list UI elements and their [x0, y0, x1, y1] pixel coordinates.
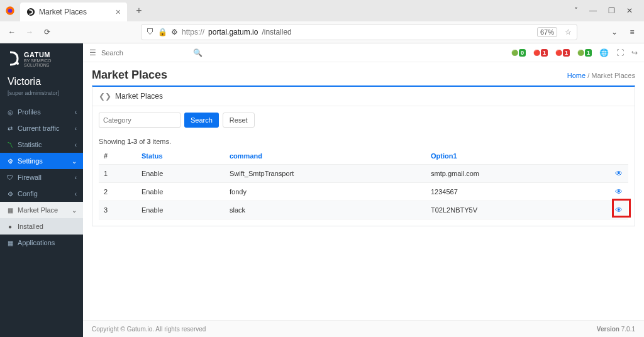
traffic-icon: ⇄	[6, 125, 14, 132]
main-content: ☰ 🔍 🟢0 🔴1 🔴1 🟢1 🌐 ⛶ ↪ Market Places Home…	[83, 43, 644, 337]
chevron-left-icon: ‹	[75, 125, 77, 132]
minimize-icon[interactable]: —	[589, 6, 597, 15]
sidebar-item-settings[interactable]: ⚙Settings⌄	[0, 153, 83, 169]
window-controls: ˅ — ❐ ✕	[574, 6, 639, 15]
logout-icon[interactable]: ↪	[631, 48, 638, 57]
bell-icon: 🟢	[511, 50, 518, 56]
footer: Copyright © Gatum.io. All rights reserve…	[83, 320, 644, 337]
page-header: Market Places Home / Market Places	[83, 62, 644, 86]
sidebar-item-current-traffic[interactable]: ⇄Current traffic‹	[0, 120, 83, 136]
url-path: /installed	[262, 28, 291, 36]
shield-icon: ⛉	[147, 28, 154, 36]
topbar: ☰ 🔍 🟢0 🔴1 🔴1 🟢1 🌐 ⛶ ↪	[83, 43, 644, 62]
user-icon: 🔴	[555, 50, 562, 56]
table-row: 1 Enable Swift_SmtpTransport smtp.gmail.…	[99, 165, 628, 183]
version: Version 7.0.1	[597, 326, 635, 333]
svg-point-2	[27, 8, 35, 16]
expand-icon[interactable]: ⛶	[616, 48, 624, 57]
profiles-icon: ◎	[6, 109, 14, 116]
table-row: 3 Enable slack T02L2NBTY5V 👁	[99, 201, 628, 219]
category-input[interactable]	[99, 113, 180, 128]
forward-icon[interactable]: →	[24, 28, 35, 36]
back-icon[interactable]: ←	[6, 28, 18, 36]
config-icon: ⚙	[6, 191, 14, 197]
browser-tab[interactable]: Market Places ×	[20, 3, 127, 21]
tab-close-icon[interactable]: ×	[116, 7, 121, 17]
sidebar-item-installed[interactable]: ●Installed	[0, 218, 83, 235]
lock-icon: 🔒	[158, 28, 167, 36]
lang-icon[interactable]: 🌐	[599, 48, 609, 57]
notif-badge-2[interactable]: 🔴1	[533, 49, 548, 57]
col-actions	[609, 148, 628, 165]
filters: Search Reset	[99, 113, 628, 128]
url-domain: portal.gatum.io	[208, 28, 258, 36]
firefox-icon	[5, 6, 15, 16]
reset-button[interactable]: Reset	[223, 113, 255, 128]
breadcrumb-home[interactable]: Home	[567, 72, 586, 79]
menu-icon[interactable]: ≡	[626, 28, 638, 36]
col-option1[interactable]: Option1	[426, 148, 609, 165]
col-command[interactable]: command	[225, 148, 426, 165]
bookmark-icon[interactable]: ☆	[565, 28, 572, 36]
notif-badge-3[interactable]: 🔴1	[555, 49, 570, 57]
sidebar: GATUM BY SEMPICO SOLUTIONS Victoria [sup…	[0, 43, 83, 337]
tab-title: Market Places	[39, 8, 87, 16]
permissions-icon: ⚙	[171, 28, 178, 36]
chevron-left-icon: ‹	[75, 141, 77, 148]
tab-favicon	[26, 8, 35, 16]
zoom-level[interactable]: 67%	[537, 27, 557, 37]
table-row: 2 Enable fondy 1234567 👁	[99, 183, 628, 201]
col-num: #	[99, 148, 136, 165]
breadcrumb: Home / Market Places	[567, 72, 635, 79]
dot-icon: ●	[6, 223, 14, 230]
chevron-down-icon[interactable]: ˅	[574, 6, 578, 15]
reload-icon[interactable]: ⟳	[42, 28, 53, 36]
url-protocol: https://	[182, 28, 204, 36]
user-name: Victoria	[0, 70, 83, 90]
sidebar-item-applications[interactable]: ▦Applications	[0, 235, 83, 251]
panel-title: Market Places	[115, 92, 163, 101]
sidebar-item-statistic[interactable]: 〽Statistic‹	[0, 136, 83, 153]
new-tab-button[interactable]: +	[131, 3, 147, 19]
grid-icon: ▦	[6, 207, 14, 214]
installed-table: # Status command Option1 1 Enable Swift_…	[99, 148, 628, 219]
sidebar-item-config[interactable]: ⚙Config‹	[0, 185, 83, 202]
notif-badge-4[interactable]: 🟢1	[577, 49, 592, 57]
brand-sub: BY SEMPICO SOLUTIONS	[24, 58, 75, 67]
close-window-icon[interactable]: ✕	[626, 6, 633, 15]
svg-point-1	[8, 9, 13, 13]
view-icon[interactable]: 👁	[615, 187, 623, 196]
url-input[interactable]: ⛉ 🔒 ⚙ https://portal.gatum.io/installed …	[141, 24, 577, 40]
col-status[interactable]: Status	[136, 148, 225, 165]
code-icon: ❮❯	[99, 92, 111, 101]
sidebar-nav: ◎Profiles‹ ⇄Current traffic‹ 〽Statistic‹…	[0, 104, 83, 251]
view-icon[interactable]: 👁	[615, 169, 623, 178]
sidebar-item-profiles[interactable]: ◎Profiles‹	[0, 104, 83, 120]
firewall-icon: 🛡	[6, 174, 14, 181]
user-role: [super administrator]	[0, 90, 83, 104]
page-title: Market Places	[92, 69, 167, 82]
chevron-left-icon: ‹	[75, 191, 77, 197]
svg-point-3	[16, 62, 19, 65]
copyright: Copyright © Gatum.io. All rights reserve…	[92, 326, 206, 333]
settings-icon: ⚙	[6, 158, 14, 165]
topbar-search-input[interactable]	[101, 49, 188, 57]
flag-icon: 🟢	[577, 50, 584, 56]
search-icon[interactable]: 🔍	[193, 48, 203, 57]
brand-logo-icon	[8, 51, 20, 66]
sidebar-item-market-place[interactable]: ▦Market Place⌄	[0, 202, 83, 218]
panel-market-places: ❮❯ Market Places Search Reset Showing 1-…	[92, 86, 635, 226]
chevron-left-icon: ‹	[75, 174, 77, 181]
sidebar-item-firewall[interactable]: 🛡Firewall‹	[0, 169, 83, 185]
chevron-down-icon: ⌄	[72, 158, 77, 165]
pocket-icon[interactable]: ⌄	[609, 28, 620, 36]
notif-badge-1[interactable]: 🟢0	[511, 49, 526, 57]
browser-chrome: Market Places × + ˅ — ❐ ✕ ← → ⟳ ⛉ 🔒 ⚙ ht…	[0, 0, 644, 43]
tab-bar: Market Places × + ˅ — ❐ ✕	[0, 0, 644, 21]
table-summary: Showing 1-3 of 3 items.	[99, 138, 628, 145]
hamburger-icon[interactable]: ☰	[89, 48, 96, 57]
maximize-icon[interactable]: ❐	[608, 6, 615, 15]
search-button[interactable]: Search	[184, 113, 219, 128]
view-icon[interactable]: 👁	[615, 206, 623, 214]
brand-name: GATUM	[24, 51, 75, 58]
